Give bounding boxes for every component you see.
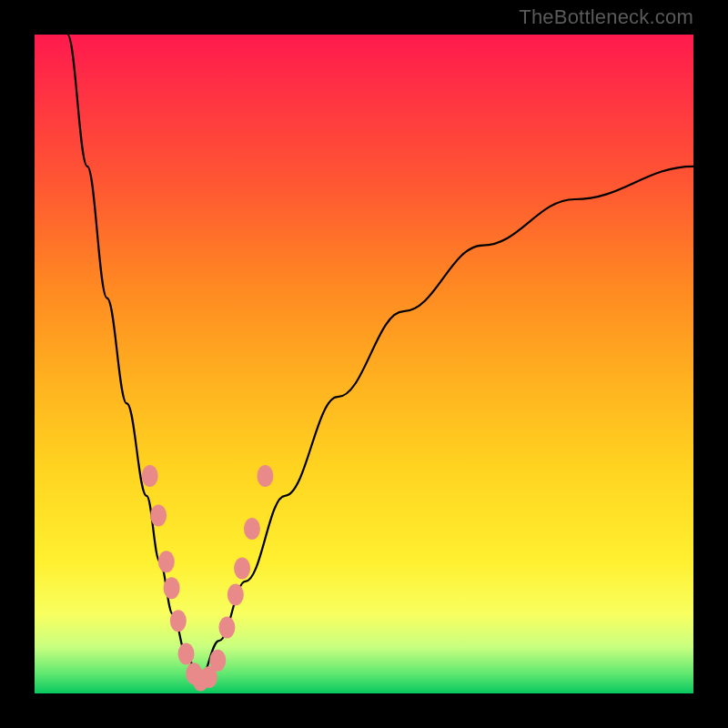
curve-right-branch xyxy=(199,167,693,681)
marker-right-2 xyxy=(218,617,235,639)
curve-left-branch xyxy=(67,35,199,681)
marker-right-3 xyxy=(228,583,244,605)
marker-right-4 xyxy=(234,557,250,579)
chart-svg xyxy=(0,0,728,728)
marker-left-4 xyxy=(170,610,187,632)
marker-right-1 xyxy=(209,650,226,672)
marker-left-0 xyxy=(142,465,158,487)
marker-left-2 xyxy=(158,551,175,572)
marker-right-6 xyxy=(257,465,273,487)
marker-right-5 xyxy=(244,518,260,540)
marker-left-5 xyxy=(178,643,195,665)
chart-frame: TheBottleneck.com xyxy=(0,0,728,728)
marker-left-3 xyxy=(164,577,180,599)
marker-left-1 xyxy=(150,505,167,527)
